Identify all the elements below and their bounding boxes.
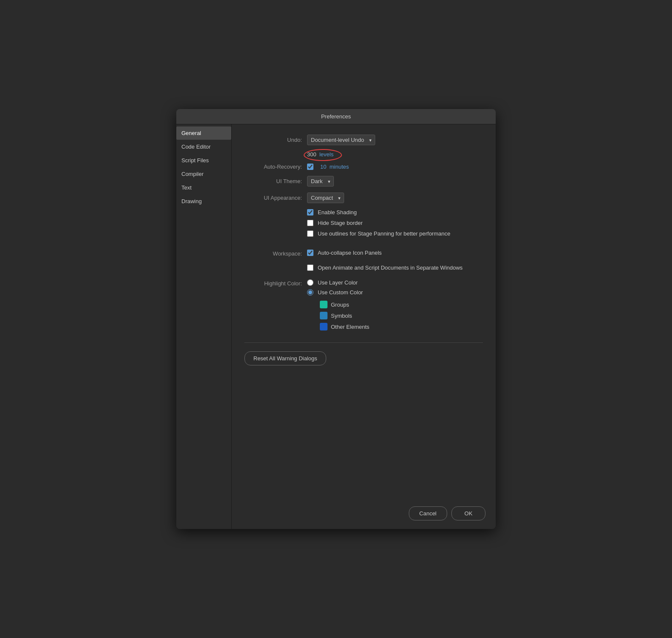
enable-shading-row: Enable Shading (307, 209, 483, 216)
symbols-color-row: Symbols (320, 312, 369, 319)
workspace-checks: Auto-collapse Icon Panels Open Animate a… (307, 250, 462, 275)
groups-label: Groups (331, 302, 349, 308)
window-title: Preferences (321, 113, 351, 120)
main-panel: Undo: Document-level Undo Object-level U… (232, 124, 496, 529)
use-layer-color-radio[interactable] (307, 279, 313, 286)
auto-collapse-label: Auto-collapse Icon Panels (318, 250, 382, 256)
open-separate-checkbox[interactable] (307, 264, 313, 271)
sidebar-item-text[interactable]: Text (176, 181, 231, 194)
undo-row: Undo: Document-level Undo Object-level U… (244, 135, 483, 145)
open-separate-row: Open Animate and Script Documents in Sep… (307, 264, 462, 271)
groups-color-swatch[interactable] (320, 301, 327, 308)
levels-text: 300 levels (307, 151, 333, 158)
enable-shading-label: Enable Shading (318, 209, 357, 216)
ui-theme-select-wrapper: Dark Light (307, 176, 334, 187)
cancel-button[interactable]: Cancel (409, 506, 447, 520)
enable-shading-checkbox[interactable] (307, 209, 313, 216)
use-outlines-checkbox[interactable] (307, 230, 313, 237)
auto-recovery-row: Auto-Recovery: 10 minutes (244, 164, 483, 170)
use-custom-color-row: Use Custom Color (307, 289, 369, 296)
auto-collapse-checkbox[interactable] (307, 250, 313, 256)
undo-select[interactable]: Document-level Undo Object-level Undo No… (307, 135, 375, 145)
sidebar-item-script-files[interactable]: Script Files (176, 154, 231, 167)
hide-stage-border-label: Hide Stage border (318, 220, 363, 226)
auto-collapse-row: Auto-collapse Icon Panels (307, 250, 462, 256)
use-outlines-label: Use outlines for Stage Panning for bette… (318, 230, 450, 237)
use-custom-color-label: Use Custom Color (318, 289, 363, 296)
color-swatches: Groups Symbols Other Elements (320, 301, 369, 334)
hide-stage-border-checkbox[interactable] (307, 220, 313, 226)
symbols-label: Symbols (331, 313, 352, 319)
other-elements-label: Other Elements (331, 324, 369, 330)
workspace-label: Workspace: (244, 250, 302, 257)
other-elements-color-swatch[interactable] (320, 323, 327, 330)
preferences-window: Preferences General Code Editor Script F… (176, 109, 496, 529)
footer-buttons: Cancel OK (409, 506, 485, 520)
ui-appearance-select-wrapper: Compact Normal (307, 193, 344, 203)
ok-button[interactable]: OK (451, 506, 485, 520)
other-elements-color-row: Other Elements (320, 323, 369, 330)
highlight-color-label: Highlight Color: (244, 279, 302, 287)
symbols-color-swatch[interactable] (320, 312, 327, 319)
reset-all-warning-dialogs-button[interactable]: Reset All Warning Dialogs (244, 351, 326, 365)
minutes-number: 10 (320, 164, 326, 170)
ui-theme-row: UI Theme: Dark Light (244, 176, 483, 187)
use-custom-color-radio[interactable] (307, 289, 313, 296)
sidebar-item-drawing[interactable]: Drawing (176, 195, 231, 208)
minutes-label: minutes (330, 164, 349, 170)
highlight-color-options: Use Layer Color Use Custom Color Groups (307, 279, 369, 334)
undo-select-wrapper: Document-level Undo Object-level Undo No… (307, 135, 375, 145)
use-layer-color-row: Use Layer Color (307, 279, 369, 286)
sidebar-item-general[interactable]: General (176, 126, 231, 140)
use-outlines-row: Use outlines for Stage Panning for bette… (307, 230, 483, 237)
sidebar: General Code Editor Script Files Compile… (176, 124, 232, 529)
use-layer-color-label: Use Layer Color (318, 279, 358, 286)
levels-row: 300 levels (307, 151, 483, 158)
title-bar: Preferences (176, 109, 496, 124)
auto-recovery-minutes: 10 minutes (320, 164, 349, 170)
levels-number: 300 (307, 151, 316, 158)
hide-stage-border-row: Hide Stage border (307, 220, 483, 226)
ui-theme-label: UI Theme: (244, 178, 302, 184)
sidebar-item-compiler[interactable]: Compiler (176, 167, 231, 181)
auto-recovery-label: Auto-Recovery: (244, 164, 302, 170)
auto-recovery-checkbox[interactable] (307, 164, 313, 170)
divider (244, 342, 483, 343)
levels-word: levels (319, 151, 333, 158)
sidebar-item-code-editor[interactable]: Code Editor (176, 140, 231, 153)
ui-theme-select[interactable]: Dark Light (307, 176, 334, 187)
groups-color-row: Groups (320, 301, 369, 308)
ui-appearance-select[interactable]: Compact Normal (307, 193, 344, 203)
undo-label: Undo: (244, 137, 302, 143)
workspace-row: Workspace: Auto-collapse Icon Panels Ope… (244, 250, 483, 275)
highlight-color-section: Highlight Color: Use Layer Color Use Cus… (244, 279, 483, 334)
open-separate-label: Open Animate and Script Documents in Sep… (318, 264, 462, 271)
content-area: General Code Editor Script Files Compile… (176, 124, 496, 529)
ui-appearance-label: UI Appearance: (244, 195, 302, 201)
ui-appearance-row: UI Appearance: Compact Normal (244, 193, 483, 203)
